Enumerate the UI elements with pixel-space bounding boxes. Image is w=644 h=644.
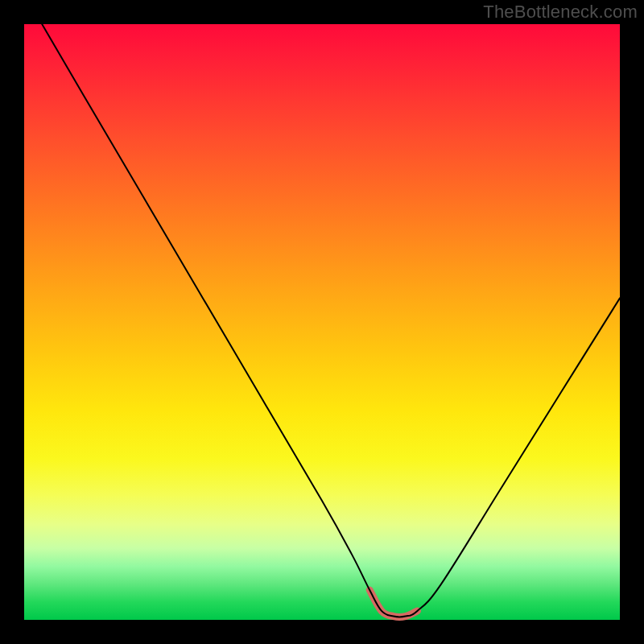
watermark-text: TheBottleneck.com: [483, 2, 638, 23]
main-curve-path: [42, 24, 620, 617]
curve-layer: [24, 24, 620, 620]
chart-frame: TheBottleneck.com: [0, 0, 644, 644]
plot-area: [24, 24, 620, 620]
